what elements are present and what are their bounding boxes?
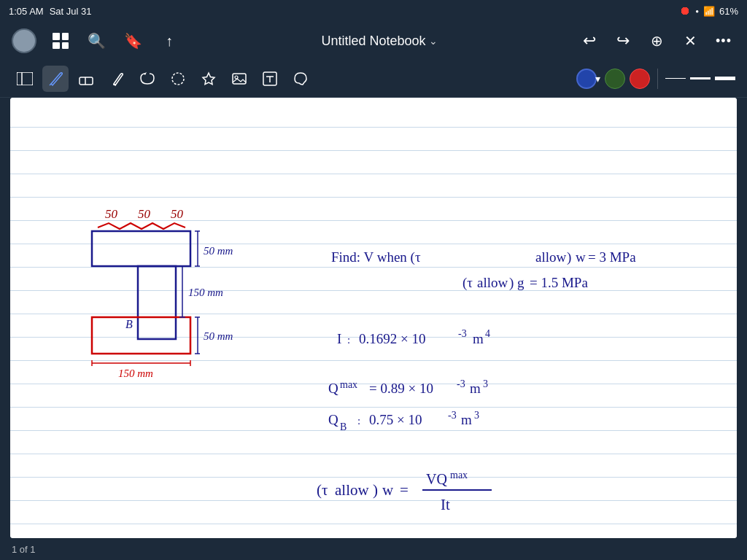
eraser-tool-button[interactable]: [73, 66, 99, 92]
svg-line-2: [50, 84, 51, 85]
thick-line-button[interactable]: [715, 77, 735, 80]
svg-text:-3: -3: [457, 378, 465, 389]
svg-text:Q: Q: [328, 381, 338, 396]
svg-text:m: m: [461, 412, 472, 427]
svg-text:-3: -3: [448, 410, 457, 421]
svg-rect-0: [17, 72, 33, 85]
svg-text:(τ: (τ: [462, 275, 473, 291]
battery-display: 61%: [719, 6, 738, 17]
svg-text:= 0.89 × 10: = 0.89 × 10: [369, 381, 433, 396]
svg-text:): ): [509, 275, 514, 291]
svg-text:= 1.5 MPa: = 1.5 MPa: [530, 275, 588, 290]
undo-button[interactable]: ↩: [578, 29, 601, 52]
svg-text:-3: -3: [458, 328, 467, 339]
page-footer: 1 of 1: [0, 538, 747, 560]
status-left: 1:05 AM Sat Jul 31: [9, 6, 92, 17]
svg-text:): ): [373, 481, 378, 499]
add-page-button[interactable]: ⊕: [645, 29, 668, 52]
svg-point-9: [235, 76, 238, 79]
dropdown-arrow-icon: ⌄: [429, 35, 438, 47]
svg-text:allow: allow: [535, 249, 566, 265]
svg-text:): ): [567, 249, 571, 265]
svg-marker-7: [203, 73, 214, 85]
medium-line-icon: [690, 77, 711, 79]
svg-text:0.75 × 10: 0.75 × 10: [369, 412, 422, 427]
svg-text:B: B: [340, 421, 347, 432]
svg-text:3: 3: [474, 410, 479, 421]
svg-point-6: [172, 73, 184, 85]
record-indicator: ⏺: [679, 4, 691, 18]
sidebar-toggle-button[interactable]: [12, 66, 38, 92]
svg-text:w: w: [382, 481, 394, 499]
pen-color-selector[interactable]: ▾: [576, 69, 600, 89]
title-center[interactable]: Untitled Notebook ⌄: [321, 34, 437, 49]
pen-tool-button[interactable]: [42, 66, 69, 92]
svg-text:4: 4: [485, 328, 490, 339]
status-right: ⏺ ● 📶 61%: [679, 4, 738, 18]
svg-text:VQ: VQ: [426, 471, 447, 487]
svg-text:Find:   V   when (τ: Find: V when (τ: [331, 249, 421, 265]
svg-text:(τ: (τ: [317, 481, 328, 499]
date-display: Sat Jul 31: [50, 6, 92, 17]
wifi-icon: 📶: [703, 6, 715, 17]
svg-text::: :: [357, 415, 360, 427]
color-dark-green[interactable]: [605, 69, 625, 89]
svg-text:allow: allow: [477, 275, 508, 290]
svg-rect-16: [92, 231, 190, 266]
svg-text:I: I: [337, 331, 341, 346]
share-button[interactable]: ↑: [158, 29, 181, 52]
more-options-button[interactable]: •••: [712, 29, 735, 52]
favorites-tool-button[interactable]: [196, 66, 222, 92]
svg-text:allow: allow: [335, 481, 369, 499]
highlighter-tool-button[interactable]: [104, 66, 130, 92]
svg-text:Q: Q: [328, 412, 338, 427]
svg-text:=: =: [400, 481, 409, 499]
shapes-tool-button[interactable]: [165, 66, 191, 92]
active-pen-color[interactable]: [576, 69, 597, 89]
time-display: 1:05 AM: [9, 6, 44, 17]
page-indicator: 1 of 1: [12, 544, 36, 555]
avatar[interactable]: [12, 28, 36, 53]
toolbar: ▾: [0, 60, 747, 98]
svg-text:max: max: [450, 470, 468, 481]
svg-text:max: max: [340, 379, 357, 390]
svg-text:50: 50: [171, 207, 184, 221]
text-tool-button[interactable]: [257, 66, 283, 92]
svg-text:50: 50: [105, 207, 118, 221]
lasso-tool-button[interactable]: [134, 66, 160, 92]
redo-button[interactable]: ↪: [611, 29, 635, 52]
svg-rect-3: [80, 77, 93, 85]
thin-line-button[interactable]: [665, 78, 686, 79]
notebook-drawing: 50 50 50 50 mm 150 mm 50 mm 150 mm: [10, 98, 737, 538]
svg-text:g: g: [517, 275, 525, 290]
svg-rect-17: [138, 266, 176, 339]
image-tool-button[interactable]: [226, 66, 252, 92]
thin-line-icon: [665, 78, 686, 79]
medium-line-button[interactable]: [690, 77, 711, 79]
svg-text:B: B: [125, 318, 133, 330]
sticker-tool-button[interactable]: [287, 66, 314, 92]
pen-color-dropdown-arrow[interactable]: ▾: [595, 73, 600, 85]
canvas-area[interactable]: const paper = document.getElementById('l…: [10, 98, 737, 538]
svg-text::: :: [347, 334, 350, 346]
svg-text:50: 50: [138, 207, 151, 221]
color-red[interactable]: [630, 69, 650, 89]
svg-text:150 mm: 150 mm: [188, 287, 223, 298]
svg-text:m: m: [470, 381, 481, 396]
thick-line-icon: [715, 77, 735, 80]
search-button[interactable]: 🔍: [85, 29, 108, 52]
svg-text:150 mm: 150 mm: [118, 368, 153, 379]
apps-grid-icon[interactable]: [50, 30, 71, 52]
svg-text:m: m: [473, 331, 484, 346]
svg-text:0.1692 × 10: 0.1692 × 10: [359, 331, 425, 346]
toolbar-separator: [657, 69, 658, 89]
svg-text:= 3 MPa: = 3 MPa: [588, 249, 636, 265]
svg-text:It: It: [441, 496, 450, 513]
svg-text:w: w: [576, 249, 586, 265]
title-right-controls: ↩ ↪ ⊕ ✕ •••: [578, 29, 735, 52]
notebook-title[interactable]: Untitled Notebook ⌄: [321, 34, 437, 49]
svg-rect-8: [233, 74, 246, 84]
close-button[interactable]: ✕: [678, 29, 702, 52]
bookmark-button[interactable]: 🔖: [121, 29, 144, 52]
svg-text:50 mm: 50 mm: [204, 330, 233, 342]
